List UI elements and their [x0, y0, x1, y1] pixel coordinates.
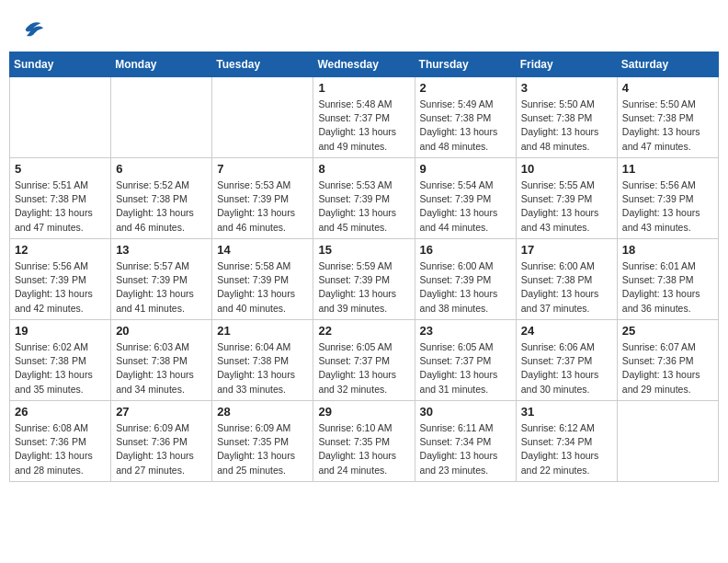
day-cell: 13Sunrise: 5:57 AM Sunset: 7:39 PM Dayli… — [111, 239, 212, 320]
day-cell: 4Sunrise: 5:50 AM Sunset: 7:38 PM Daylig… — [617, 77, 718, 158]
day-detail: Sunrise: 6:09 AM Sunset: 7:36 PM Dayligh… — [116, 421, 207, 477]
date-number: 22 — [318, 324, 409, 338]
date-number: 16 — [420, 243, 511, 257]
date-number: 1 — [318, 81, 409, 95]
day-cell: 22Sunrise: 6:05 AM Sunset: 7:37 PM Dayli… — [313, 320, 415, 401]
day-cell — [10, 77, 111, 158]
weekday-header-row: SundayMondayTuesdayWednesdayThursdayFrid… — [10, 52, 719, 77]
day-cell: 7Sunrise: 5:53 AM Sunset: 7:39 PM Daylig… — [212, 158, 313, 239]
day-detail: Sunrise: 6:05 AM Sunset: 7:37 PM Dayligh… — [420, 340, 511, 396]
date-number: 9 — [420, 162, 511, 176]
date-number: 3 — [521, 81, 612, 95]
day-cell — [617, 401, 718, 482]
weekday-header-friday: Friday — [516, 52, 617, 77]
weekday-header-monday: Monday — [111, 52, 212, 77]
day-cell: 19Sunrise: 6:02 AM Sunset: 7:38 PM Dayli… — [10, 320, 111, 401]
weekday-header-wednesday: Wednesday — [313, 52, 415, 77]
date-number: 17 — [521, 243, 612, 257]
day-detail: Sunrise: 6:06 AM Sunset: 7:37 PM Dayligh… — [521, 340, 612, 396]
date-number: 30 — [420, 405, 511, 419]
date-number: 5 — [15, 162, 106, 176]
day-cell: 25Sunrise: 6:07 AM Sunset: 7:36 PM Dayli… — [617, 320, 718, 401]
weekday-header-saturday: Saturday — [617, 52, 718, 77]
day-cell: 24Sunrise: 6:06 AM Sunset: 7:37 PM Dayli… — [516, 320, 617, 401]
day-detail: Sunrise: 6:00 AM Sunset: 7:39 PM Dayligh… — [420, 259, 511, 316]
calendar-table: SundayMondayTuesdayWednesdayThursdayFrid… — [9, 52, 719, 482]
week-row-5: 26Sunrise: 6:08 AM Sunset: 7:36 PM Dayli… — [10, 401, 719, 482]
day-detail: Sunrise: 5:59 AM Sunset: 7:39 PM Dayligh… — [318, 259, 409, 316]
day-cell: 21Sunrise: 6:04 AM Sunset: 7:38 PM Dayli… — [212, 320, 313, 401]
date-number: 10 — [521, 162, 612, 176]
day-cell: 29Sunrise: 6:10 AM Sunset: 7:35 PM Dayli… — [313, 401, 415, 482]
date-number: 13 — [116, 243, 207, 257]
date-number: 7 — [217, 162, 308, 176]
date-number: 8 — [318, 162, 409, 176]
date-number: 20 — [116, 324, 207, 338]
day-cell: 27Sunrise: 6:09 AM Sunset: 7:36 PM Dayli… — [111, 401, 212, 482]
date-number: 21 — [217, 324, 308, 338]
day-detail: Sunrise: 5:57 AM Sunset: 7:39 PM Dayligh… — [116, 259, 207, 316]
day-detail: Sunrise: 6:03 AM Sunset: 7:38 PM Dayligh… — [116, 340, 207, 396]
date-number: 12 — [15, 243, 106, 257]
date-number: 6 — [116, 162, 207, 176]
day-cell: 14Sunrise: 5:58 AM Sunset: 7:39 PM Dayli… — [212, 239, 313, 320]
date-number: 29 — [318, 405, 409, 419]
header — [9, 9, 719, 48]
day-cell — [212, 77, 313, 158]
day-detail: Sunrise: 5:53 AM Sunset: 7:39 PM Dayligh… — [318, 178, 409, 235]
day-detail: Sunrise: 6:01 AM Sunset: 7:38 PM Dayligh… — [622, 259, 713, 316]
date-number: 19 — [15, 324, 106, 338]
day-cell: 16Sunrise: 6:00 AM Sunset: 7:39 PM Dayli… — [415, 239, 516, 320]
day-detail: Sunrise: 6:12 AM Sunset: 7:34 PM Dayligh… — [521, 421, 612, 477]
day-detail: Sunrise: 5:55 AM Sunset: 7:39 PM Dayligh… — [521, 178, 612, 235]
day-cell: 12Sunrise: 5:56 AM Sunset: 7:39 PM Dayli… — [10, 239, 111, 320]
day-cell — [111, 77, 212, 158]
logo-bird-icon — [20, 17, 46, 42]
day-detail: Sunrise: 6:00 AM Sunset: 7:38 PM Dayligh… — [521, 259, 612, 316]
day-cell: 17Sunrise: 6:00 AM Sunset: 7:38 PM Dayli… — [516, 239, 617, 320]
date-number: 27 — [116, 405, 207, 419]
day-detail: Sunrise: 5:56 AM Sunset: 7:39 PM Dayligh… — [622, 178, 713, 235]
day-detail: Sunrise: 5:50 AM Sunset: 7:38 PM Dayligh… — [622, 98, 713, 154]
week-row-2: 5Sunrise: 5:51 AM Sunset: 7:38 PM Daylig… — [10, 158, 719, 239]
date-number: 25 — [622, 324, 713, 338]
day-cell: 30Sunrise: 6:11 AM Sunset: 7:34 PM Dayli… — [415, 401, 516, 482]
date-number: 15 — [318, 243, 409, 257]
day-detail: Sunrise: 5:56 AM Sunset: 7:39 PM Dayligh… — [15, 259, 106, 316]
weekday-header-sunday: Sunday — [10, 52, 111, 77]
date-number: 4 — [622, 81, 713, 95]
day-cell: 3Sunrise: 5:50 AM Sunset: 7:38 PM Daylig… — [516, 77, 617, 158]
weekday-header-thursday: Thursday — [415, 52, 516, 77]
date-number: 2 — [420, 81, 511, 95]
day-detail: Sunrise: 6:02 AM Sunset: 7:38 PM Dayligh… — [15, 340, 106, 396]
day-cell: 26Sunrise: 6:08 AM Sunset: 7:36 PM Dayli… — [10, 401, 111, 482]
day-cell: 28Sunrise: 6:09 AM Sunset: 7:35 PM Dayli… — [212, 401, 313, 482]
day-detail: Sunrise: 6:08 AM Sunset: 7:36 PM Dayligh… — [15, 421, 106, 477]
date-number: 11 — [622, 162, 713, 176]
date-number: 31 — [521, 405, 612, 419]
day-detail: Sunrise: 5:49 AM Sunset: 7:38 PM Dayligh… — [420, 98, 511, 154]
day-cell: 5Sunrise: 5:51 AM Sunset: 7:38 PM Daylig… — [10, 158, 111, 239]
day-cell: 15Sunrise: 5:59 AM Sunset: 7:39 PM Dayli… — [313, 239, 415, 320]
week-row-3: 12Sunrise: 5:56 AM Sunset: 7:39 PM Dayli… — [10, 239, 719, 320]
day-detail: Sunrise: 6:10 AM Sunset: 7:35 PM Dayligh… — [318, 421, 409, 477]
day-cell: 18Sunrise: 6:01 AM Sunset: 7:38 PM Dayli… — [617, 239, 718, 320]
week-row-4: 19Sunrise: 6:02 AM Sunset: 7:38 PM Dayli… — [10, 320, 719, 401]
day-detail: Sunrise: 6:05 AM Sunset: 7:37 PM Dayligh… — [318, 340, 409, 396]
day-detail: Sunrise: 5:51 AM Sunset: 7:38 PM Dayligh… — [15, 178, 106, 235]
day-cell: 20Sunrise: 6:03 AM Sunset: 7:38 PM Dayli… — [111, 320, 212, 401]
day-cell: 2Sunrise: 5:49 AM Sunset: 7:38 PM Daylig… — [415, 77, 516, 158]
day-detail: Sunrise: 5:50 AM Sunset: 7:38 PM Dayligh… — [521, 98, 612, 154]
week-row-1: 1Sunrise: 5:48 AM Sunset: 7:37 PM Daylig… — [10, 77, 719, 158]
date-number: 14 — [217, 243, 308, 257]
day-detail: Sunrise: 5:54 AM Sunset: 7:39 PM Dayligh… — [420, 178, 511, 235]
date-number: 23 — [420, 324, 511, 338]
day-detail: Sunrise: 6:09 AM Sunset: 7:35 PM Dayligh… — [217, 421, 308, 477]
day-detail: Sunrise: 5:53 AM Sunset: 7:39 PM Dayligh… — [217, 178, 308, 235]
day-detail: Sunrise: 5:58 AM Sunset: 7:39 PM Dayligh… — [217, 259, 308, 316]
day-detail: Sunrise: 6:11 AM Sunset: 7:34 PM Dayligh… — [420, 421, 511, 477]
day-cell: 10Sunrise: 5:55 AM Sunset: 7:39 PM Dayli… — [516, 158, 617, 239]
date-number: 18 — [622, 243, 713, 257]
day-cell: 31Sunrise: 6:12 AM Sunset: 7:34 PM Dayli… — [516, 401, 617, 482]
day-detail: Sunrise: 5:48 AM Sunset: 7:37 PM Dayligh… — [318, 98, 409, 154]
